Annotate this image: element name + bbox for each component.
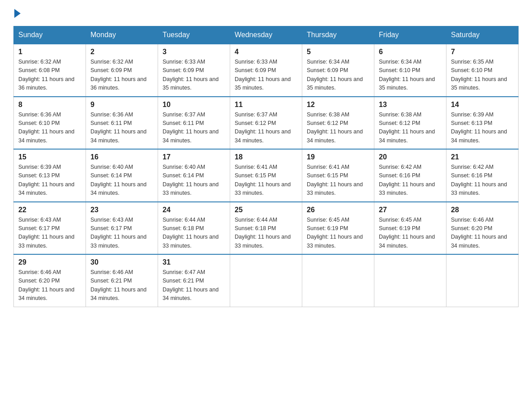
day-info: Sunrise: 6:33 AMSunset: 6:09 PMDaylight:… [163,58,225,93]
day-info: Sunrise: 6:43 AMSunset: 6:17 PMDaylight:… [90,216,153,251]
day-info: Sunrise: 6:37 AMSunset: 6:12 PMDaylight:… [235,111,297,146]
day-cell: 12 Sunrise: 6:38 AMSunset: 6:12 PMDaylig… [302,97,374,150]
day-info: Sunrise: 6:35 AMSunset: 6:10 PMDaylight:… [451,58,514,93]
day-info: Sunrise: 6:45 AMSunset: 6:19 PMDaylight:… [307,216,369,251]
day-info: Sunrise: 6:37 AMSunset: 6:11 PMDaylight:… [163,111,225,146]
day-number: 27 [379,206,442,214]
calendar-body: 1 Sunrise: 6:32 AMSunset: 6:08 PMDayligh… [14,44,519,307]
day-info: Sunrise: 6:44 AMSunset: 6:18 PMDaylight:… [163,216,225,251]
week-row-4: 22 Sunrise: 6:43 AMSunset: 6:17 PMDaylig… [14,202,519,255]
day-cell: 5 Sunrise: 6:34 AMSunset: 6:09 PMDayligh… [302,44,374,97]
week-row-5: 29 Sunrise: 6:46 AMSunset: 6:20 PMDaylig… [14,254,519,307]
day-info: Sunrise: 6:32 AMSunset: 6:09 PMDaylight:… [90,58,153,93]
day-cell [446,254,519,307]
day-cell [374,254,446,307]
day-number: 19 [307,153,369,161]
week-row-2: 8 Sunrise: 6:36 AMSunset: 6:10 PMDayligh… [14,97,519,150]
day-cell: 17 Sunrise: 6:40 AMSunset: 6:14 PMDaylig… [158,149,230,202]
day-info: Sunrise: 6:32 AMSunset: 6:08 PMDaylight:… [18,58,81,93]
day-cell [302,254,374,307]
day-number: 15 [18,153,81,161]
header-saturday: Saturday [446,26,519,44]
header-wednesday: Wednesday [230,26,302,44]
logo [13,9,21,17]
day-number: 25 [235,206,297,214]
day-number: 5 [307,48,369,56]
day-number: 9 [90,101,153,109]
day-cell: 22 Sunrise: 6:43 AMSunset: 6:17 PMDaylig… [14,202,86,255]
day-number: 10 [163,101,225,109]
day-number: 21 [451,153,514,161]
day-number: 16 [90,153,153,161]
day-number: 2 [90,48,153,56]
day-info: Sunrise: 6:36 AMSunset: 6:10 PMDaylight:… [18,111,81,146]
header-monday: Monday [86,26,158,44]
day-cell: 4 Sunrise: 6:33 AMSunset: 6:09 PMDayligh… [230,44,302,97]
day-cell: 25 Sunrise: 6:44 AMSunset: 6:18 PMDaylig… [230,202,302,255]
day-info: Sunrise: 6:40 AMSunset: 6:14 PMDaylight:… [90,163,153,198]
day-cell: 21 Sunrise: 6:42 AMSunset: 6:16 PMDaylig… [446,149,519,202]
day-number: 31 [163,258,225,266]
day-number: 11 [235,101,297,109]
day-info: Sunrise: 6:42 AMSunset: 6:16 PMDaylight:… [451,163,514,198]
day-number: 23 [90,206,153,214]
day-cell: 14 Sunrise: 6:39 AMSunset: 6:13 PMDaylig… [446,97,519,150]
day-cell: 23 Sunrise: 6:43 AMSunset: 6:17 PMDaylig… [86,202,158,255]
day-cell: 9 Sunrise: 6:36 AMSunset: 6:11 PMDayligh… [86,97,158,150]
day-number: 28 [451,206,514,214]
day-info: Sunrise: 6:43 AMSunset: 6:17 PMDaylight:… [18,216,81,251]
day-info: Sunrise: 6:36 AMSunset: 6:11 PMDaylight:… [90,111,153,146]
day-cell: 20 Sunrise: 6:42 AMSunset: 6:16 PMDaylig… [374,149,446,202]
day-info: Sunrise: 6:46 AMSunset: 6:20 PMDaylight:… [18,268,81,303]
calendar-table: SundayMondayTuesdayWednesdayThursdayFrid… [13,26,519,307]
day-info: Sunrise: 6:38 AMSunset: 6:12 PMDaylight:… [307,111,369,146]
day-cell: 3 Sunrise: 6:33 AMSunset: 6:09 PMDayligh… [158,44,230,97]
day-number: 30 [90,258,153,266]
day-cell: 8 Sunrise: 6:36 AMSunset: 6:10 PMDayligh… [14,97,86,150]
day-info: Sunrise: 6:45 AMSunset: 6:19 PMDaylight:… [379,216,442,251]
day-number: 4 [235,48,297,56]
day-cell: 27 Sunrise: 6:45 AMSunset: 6:19 PMDaylig… [374,202,446,255]
day-number: 24 [163,206,225,214]
header-thursday: Thursday [302,26,374,44]
day-info: Sunrise: 6:38 AMSunset: 6:12 PMDaylight:… [379,111,442,146]
header-sunday: Sunday [14,26,86,44]
day-cell: 18 Sunrise: 6:41 AMSunset: 6:15 PMDaylig… [230,149,302,202]
day-cell: 1 Sunrise: 6:32 AMSunset: 6:08 PMDayligh… [14,44,86,97]
header-tuesday: Tuesday [158,26,230,44]
day-cell: 28 Sunrise: 6:46 AMSunset: 6:20 PMDaylig… [446,202,519,255]
day-cell: 11 Sunrise: 6:37 AMSunset: 6:12 PMDaylig… [230,97,302,150]
day-info: Sunrise: 6:42 AMSunset: 6:16 PMDaylight:… [379,163,442,198]
day-number: 20 [379,153,442,161]
day-cell: 13 Sunrise: 6:38 AMSunset: 6:12 PMDaylig… [374,97,446,150]
day-cell: 19 Sunrise: 6:41 AMSunset: 6:15 PMDaylig… [302,149,374,202]
day-cell: 29 Sunrise: 6:46 AMSunset: 6:20 PMDaylig… [14,254,86,307]
header-friday: Friday [374,26,446,44]
day-number: 1 [18,48,81,56]
day-number: 13 [379,101,442,109]
day-cell: 10 Sunrise: 6:37 AMSunset: 6:11 PMDaylig… [158,97,230,150]
day-cell: 31 Sunrise: 6:47 AMSunset: 6:21 PMDaylig… [158,254,230,307]
day-number: 12 [307,101,369,109]
day-info: Sunrise: 6:39 AMSunset: 6:13 PMDaylight:… [18,163,81,198]
day-info: Sunrise: 6:34 AMSunset: 6:09 PMDaylight:… [307,58,369,93]
day-info: Sunrise: 6:41 AMSunset: 6:15 PMDaylight:… [235,163,297,198]
day-cell: 16 Sunrise: 6:40 AMSunset: 6:14 PMDaylig… [86,149,158,202]
logo-triangle [14,9,21,18]
day-number: 7 [451,48,514,56]
day-number: 26 [307,206,369,214]
day-cell: 15 Sunrise: 6:39 AMSunset: 6:13 PMDaylig… [14,149,86,202]
day-number: 22 [18,206,81,214]
day-number: 3 [163,48,225,56]
day-cell: 24 Sunrise: 6:44 AMSunset: 6:18 PMDaylig… [158,202,230,255]
week-row-1: 1 Sunrise: 6:32 AMSunset: 6:08 PMDayligh… [14,44,519,97]
day-cell: 7 Sunrise: 6:35 AMSunset: 6:10 PMDayligh… [446,44,519,97]
calendar-header: SundayMondayTuesdayWednesdayThursdayFrid… [14,26,519,44]
day-number: 6 [379,48,442,56]
day-cell: 6 Sunrise: 6:34 AMSunset: 6:10 PMDayligh… [374,44,446,97]
day-number: 14 [451,101,514,109]
day-info: Sunrise: 6:41 AMSunset: 6:15 PMDaylight:… [307,163,369,198]
day-info: Sunrise: 6:33 AMSunset: 6:09 PMDaylight:… [235,58,297,93]
day-info: Sunrise: 6:39 AMSunset: 6:13 PMDaylight:… [451,111,514,146]
day-number: 29 [18,258,81,266]
